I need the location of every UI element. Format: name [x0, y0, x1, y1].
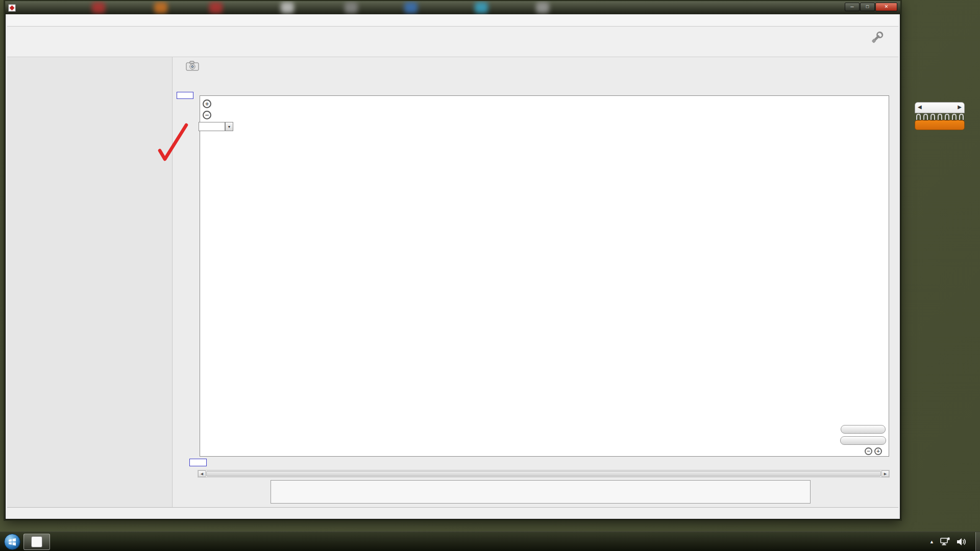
preferences-button[interactable] [863, 28, 891, 47]
spl-plot[interactable] [200, 95, 889, 457]
trace-legend [271, 480, 811, 504]
maximize-button[interactable]: □ [860, 3, 875, 11]
start-button[interactable] [4, 534, 20, 550]
measurement-sidebar [7, 57, 173, 507]
calendar-gadget[interactable]: ◀ ▶ [915, 102, 965, 130]
rew-taskbar-icon [31, 536, 42, 547]
desktop-icon-blob [475, 2, 488, 13]
rew-app-icon [8, 4, 16, 12]
y-cursor-value [177, 92, 193, 99]
show-desktop-button[interactable] [975, 532, 980, 551]
wrench-icon [868, 29, 886, 46]
zoom-out-icon[interactable]: − [203, 111, 211, 119]
desktop-icon-blob [154, 2, 167, 13]
calendar-day-page [915, 120, 965, 130]
calendar-month-view: ◀ ▶ [915, 102, 965, 113]
taskbar-rew-button[interactable] [23, 534, 50, 550]
trace-select-dropdown[interactable] [199, 122, 225, 131]
scroll-left-icon[interactable]: ◀ [198, 470, 206, 477]
desktop: ─ □ ✕ + − ▼ − + ◀ ▶ [0, 0, 980, 551]
status-bar [7, 507, 898, 518]
horizontal-scrollbar[interactable]: ◀ ▶ [198, 470, 890, 478]
menu-bar [7, 14, 898, 27]
speaker-icon[interactable] [957, 538, 967, 546]
zoom-in-icon[interactable]: + [203, 99, 211, 108]
desktop-icon-blob [404, 2, 418, 13]
capture-button[interactable] [177, 60, 208, 73]
calendar-prev-icon[interactable]: ◀ [918, 104, 922, 110]
desktop-icon-blob [209, 2, 223, 13]
zoom-in-x-icon[interactable]: + [874, 447, 882, 455]
x-cursor-value [189, 459, 207, 466]
hidden-icons-chevron[interactable]: ▲ [929, 539, 934, 544]
toolbar [7, 27, 898, 57]
calendar-spiral-binding [915, 112, 965, 120]
scrollbar-thumb[interactable] [206, 471, 881, 477]
minimize-button[interactable]: ─ [845, 3, 860, 11]
titlebar[interactable]: ─ □ ✕ [5, 1, 900, 14]
taskbar: ▲ [0, 532, 980, 551]
camera-icon [186, 60, 199, 71]
close-button[interactable]: ✕ [875, 3, 897, 11]
windows-flag-icon [8, 537, 17, 546]
system-tray: ▲ [923, 537, 973, 546]
range-button-20-20000[interactable] [840, 436, 886, 445]
zoom-out-x-icon[interactable]: − [865, 447, 872, 455]
chevron-down-icon[interactable]: ▼ [225, 122, 233, 131]
calendar-next-icon[interactable]: ▶ [958, 104, 962, 110]
range-button-10-200[interactable] [841, 425, 886, 434]
desktop-icon-blob [345, 2, 358, 13]
desktop-icon-blob [92, 2, 105, 13]
desktop-icon-blob [536, 2, 549, 13]
desktop-icon-blob [281, 2, 294, 13]
network-icon[interactable] [940, 537, 950, 546]
scroll-right-icon[interactable]: ▶ [881, 470, 889, 477]
